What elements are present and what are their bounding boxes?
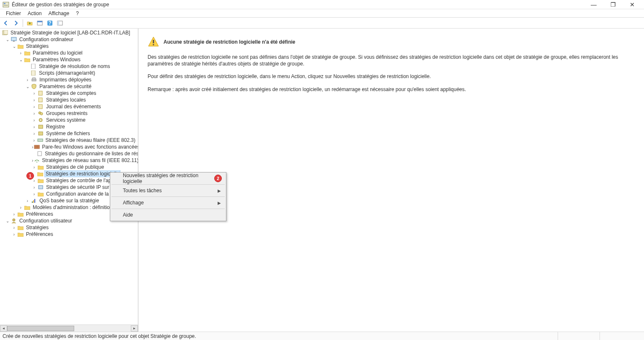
menu-help[interactable]: Aide (111, 210, 225, 220)
menu-item-label: Toutes les tâches (123, 188, 162, 194)
svg-rect-15 (32, 79, 36, 81)
svg-rect-30 (39, 186, 43, 189)
expand-icon[interactable]: › (32, 145, 33, 149)
tree-fichiers[interactable]: ›Système de fichiers (0, 130, 138, 137)
firewall-icon (34, 144, 40, 150)
tree-sansfil[interactable]: ›Stratégies de réseau sans fil (IEEE 802… (0, 157, 138, 164)
expand-icon[interactable]: › (12, 212, 16, 217)
svg-rect-11 (11, 37, 16, 41)
close-button[interactable]: ✕ (626, 1, 638, 8)
up-folder-button[interactable] (26, 19, 34, 27)
menu-action[interactable]: Action (24, 10, 45, 17)
expand-icon[interactable]: › (12, 232, 16, 237)
tree-root[interactable]: Stratégie Strategie de logiciel [LAB-DC1… (0, 29, 138, 36)
expand-icon[interactable]: › (32, 125, 36, 129)
service-icon (37, 117, 44, 123)
tree-params-secu[interactable]: ⌄Paramètres de sécurité (0, 83, 138, 90)
expand-icon[interactable]: › (32, 105, 36, 109)
menu-all-tasks[interactable]: Toutes les tâches▶ (111, 186, 225, 196)
tree-scripts[interactable]: Scripts (démarrage/arrêt) (0, 70, 138, 76)
menu-view[interactable]: Affichage (45, 10, 73, 17)
folder-icon (24, 204, 31, 210)
expand-icon[interactable]: › (18, 51, 23, 55)
menu-help[interactable]: ? (73, 10, 82, 17)
user-icon (10, 218, 17, 224)
tree-filaire[interactable]: ›Stratégies de réseau filaire (IEEE 802.… (0, 137, 138, 144)
svg-rect-25 (39, 132, 43, 135)
tree-strategies2[interactable]: ›Stratégies (0, 224, 138, 231)
svg-rect-19 (39, 105, 42, 109)
tree-cle-pub[interactable]: ›Stratégies de clé publique (0, 164, 138, 170)
collapse-icon[interactable]: ⌄ (12, 44, 16, 49)
folder-icon (37, 171, 44, 177)
tree-registre[interactable]: ›Registre (0, 123, 138, 130)
help-button[interactable]: ? (46, 19, 54, 27)
svg-rect-18 (39, 98, 42, 102)
expand-icon[interactable]: › (32, 131, 36, 136)
content-paragraph: Remarque : après avoir créé initialement… (148, 86, 635, 93)
tree-res-noms[interactable]: Stratégie de résolution de noms (0, 63, 138, 70)
tree-params-windows[interactable]: ⌄Paramètres Windows (0, 56, 138, 63)
tree-conf-ordi[interactable]: ⌄Configuration ordinateur (0, 36, 138, 43)
network-list-icon (37, 151, 43, 157)
expand-icon[interactable]: › (32, 91, 36, 96)
properties-button[interactable] (36, 19, 44, 27)
collapse-icon[interactable]: ⌄ (5, 219, 10, 223)
scroll-icon (2, 30, 8, 36)
svg-rect-13 (31, 64, 35, 69)
collapse-icon[interactable]: ⌄ (5, 37, 10, 42)
scroll-left-button[interactable]: ◄ (0, 325, 7, 332)
tree-parefeu[interactable]: ›Pare-feu Windows avec fonctions avancée… (0, 144, 138, 150)
tree-groupes[interactable]: ›Groupes restreints (0, 110, 138, 117)
scroll-track[interactable] (7, 325, 131, 332)
expand-icon[interactable]: › (25, 78, 30, 82)
window-title: Éditeur de gestion des stratégies de gro… (12, 2, 588, 8)
expand-icon[interactable]: › (25, 199, 30, 203)
expand-icon[interactable]: › (32, 118, 36, 123)
folder-icon (17, 231, 24, 237)
scroll-thumb[interactable] (7, 326, 74, 331)
collapse-icon[interactable]: ⌄ (18, 58, 23, 62)
status-bar: Crée de nouvelles stratégies de restrict… (0, 332, 644, 340)
expand-icon[interactable]: › (32, 185, 36, 190)
tree-imprimantes[interactable]: ›Imprimantes déployées (0, 76, 138, 83)
minimize-button[interactable]: — (588, 1, 600, 8)
menu-item-label: Nouvelles stratégies de restriction logi… (123, 173, 213, 184)
svg-point-23 (40, 120, 42, 121)
svg-rect-2 (4, 5, 8, 5)
submenu-arrow-icon: ▶ (218, 188, 221, 193)
expand-icon[interactable]: › (32, 138, 36, 143)
folder-icon (37, 191, 44, 197)
expand-icon[interactable]: › (32, 111, 36, 116)
menu-view[interactable]: Affichage▶ (111, 198, 225, 208)
forward-button[interactable] (12, 19, 20, 27)
tree-horizontal-scrollbar[interactable]: ◄ ► (0, 324, 138, 332)
expand-icon[interactable]: › (18, 205, 23, 210)
maximize-button[interactable]: ❐ (607, 1, 619, 8)
tree-locales[interactable]: ›Stratégies locales (0, 97, 138, 103)
expand-icon[interactable]: › (32, 98, 36, 102)
menu-file[interactable]: Fichier (3, 10, 24, 17)
tree-gest-listes[interactable]: Stratégies du gestionnaire de listes de … (0, 150, 138, 157)
expand-icon[interactable]: › (32, 165, 36, 170)
expand-icon[interactable]: › (32, 192, 36, 196)
tree-services[interactable]: ›Services système (0, 117, 138, 123)
scroll-right-button[interactable]: ► (131, 325, 138, 332)
expand-icon[interactable]: › (12, 225, 16, 230)
tree-strategies[interactable]: ⌄Stratégies (0, 43, 138, 50)
tree-params-logiciel[interactable]: ›Paramètres du logiciel (0, 50, 138, 56)
expand-icon[interactable]: › (32, 178, 36, 183)
tree-comptes[interactable]: ›Stratégies de comptes (0, 90, 138, 97)
tree-journal[interactable]: ›Journal des événements (0, 103, 138, 110)
tree-preferences2[interactable]: ›Préférences (0, 231, 138, 238)
folder-icon (17, 225, 24, 230)
collapse-icon[interactable]: ⌄ (25, 84, 30, 89)
menu-new-srp[interactable]: Nouvelles stratégies de restriction logi… (111, 173, 225, 183)
expand-icon[interactable]: › (32, 158, 33, 163)
menu-item-label: Aide (123, 212, 133, 218)
show-hide-button[interactable] (56, 19, 64, 27)
folder-icon (24, 57, 31, 63)
menu-separator (112, 184, 225, 185)
context-menu: Nouvelles stratégies de restriction logi… (110, 172, 226, 221)
back-button[interactable] (2, 19, 10, 27)
